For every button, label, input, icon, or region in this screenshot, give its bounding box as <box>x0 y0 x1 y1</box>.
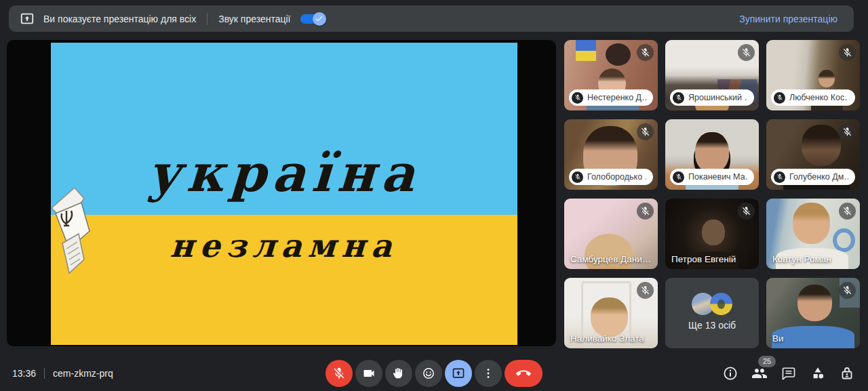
show-participants-button[interactable]: 25 <box>751 365 768 382</box>
slide-title-line2: незламна <box>50 227 519 264</box>
camera-button[interactable] <box>355 360 382 387</box>
participant-tile[interactable]: Голубенко Дм… <box>766 119 860 190</box>
panel-buttons: 25 <box>722 356 856 391</box>
participant-name: Наливайко Злата <box>570 333 644 344</box>
name-badge: Поканевич Ма… <box>670 169 754 185</box>
name-badge: Любченко Кос… <box>771 89 855 106</box>
slide-title-line1: україна <box>50 143 519 203</box>
mic-off-icon <box>637 282 654 299</box>
present-to-all-icon <box>452 367 465 380</box>
presentation-sound-toggle[interactable] <box>299 12 326 26</box>
present-to-all-icon <box>20 12 35 26</box>
raise-hand-button[interactable] <box>385 360 412 387</box>
participant-tile[interactable]: Поканевич Ма… <box>665 119 759 190</box>
chat-icon <box>781 366 796 381</box>
participant-tile[interactable]: Самбурцев Дани… <box>564 199 658 269</box>
call-controls <box>326 360 542 387</box>
participant-tile[interactable]: Петров Евгеній <box>665 199 759 269</box>
mic-off-icon <box>839 282 856 299</box>
meeting-info: 13:36 cem-zkmz-prq <box>12 356 113 391</box>
participant-tile[interactable]: Наливайко Злата <box>564 278 658 348</box>
name-badge: Нестеренко Д… <box>569 89 653 106</box>
people-icon <box>751 365 768 382</box>
call-end-icon <box>516 366 531 381</box>
camera-icon <box>362 367 376 380</box>
participant-name: Любченко Кос… <box>789 93 848 102</box>
lock-person-icon <box>839 365 855 382</box>
hand-icon <box>392 367 406 380</box>
avatar <box>710 293 732 315</box>
call-control-bar: 13:36 cem-zkmz-prq 25 <box>0 356 868 391</box>
stop-presenting-button[interactable]: Зупинити презентацію <box>734 9 843 28</box>
participant-name: Голубенко Дм… <box>789 172 848 182</box>
participant-tile[interactable]: Ковтун Роман <box>766 199 860 269</box>
mic-off-icon <box>637 203 654 220</box>
mic-off-icon <box>774 92 785 104</box>
participant-tile[interactable]: Голобородько … <box>564 119 658 190</box>
participant-name: Самбурцев Дани… <box>570 254 651 264</box>
topbar-divider <box>207 13 208 25</box>
participant-name: Нестеренко Д… <box>587 93 646 102</box>
presentation-sound-label: Звук презентації <box>218 14 290 24</box>
shapes-icon <box>810 365 826 382</box>
overflow-participants-tile[interactable]: Ще 13 осіб <box>665 278 759 348</box>
mic-off-icon <box>637 123 654 140</box>
participant-name: Голобородько … <box>587 172 646 182</box>
overflow-avatars <box>665 293 759 315</box>
participant-name: Ковтун Роман <box>772 254 831 264</box>
participant-name: Ви <box>772 333 784 344</box>
participant-tile[interactable]: Любченко Кос… <box>766 40 860 110</box>
presentation-stage[interactable]: україна незламна <box>7 40 556 346</box>
participant-name: Петров Евгеній <box>671 254 736 264</box>
toggle-knob <box>313 12 326 26</box>
more-options-button[interactable] <box>475 360 502 387</box>
checkmark-icon <box>315 14 323 23</box>
smiley-icon <box>422 367 435 380</box>
reactions-button[interactable] <box>415 360 442 387</box>
mic-off-icon <box>839 203 856 220</box>
ukraine-flag-slide: україна незламна <box>51 43 517 345</box>
host-controls-button[interactable] <box>838 365 856 382</box>
meeting-code: cem-zkmz-prq <box>53 368 113 379</box>
mic-off-icon <box>673 171 684 183</box>
name-badge: Голобородько … <box>569 169 653 185</box>
mic-off-icon <box>738 203 755 220</box>
end-call-button[interactable] <box>505 360 542 387</box>
mute-microphone-button[interactable] <box>326 360 353 387</box>
name-badge: Ярошинський … <box>670 89 754 106</box>
overflow-count-label: Ще 13 осіб <box>665 320 759 331</box>
present-screen-button[interactable] <box>445 360 472 387</box>
participant-grid: Нестеренко Д… Ярошинський … Любченко Кос… <box>564 40 860 348</box>
participant-tile[interactable]: Ярошинський … <box>665 40 759 110</box>
self-view-tile[interactable]: Ви <box>766 278 860 348</box>
meeting-info-divider <box>44 368 45 379</box>
activities-button[interactable] <box>809 365 827 382</box>
mic-off-icon <box>572 92 583 104</box>
name-badge: Голубенко Дм… <box>771 169 855 185</box>
mic-off-icon <box>839 44 856 61</box>
mic-off-icon <box>839 123 856 140</box>
mic-off-icon <box>738 44 755 61</box>
mic-off-icon <box>332 367 346 380</box>
mic-off-icon <box>637 44 654 61</box>
participant-name: Поканевич Ма… <box>688 172 747 182</box>
participant-count-badge: 25 <box>758 356 776 367</box>
mic-off-icon <box>774 171 785 183</box>
meeting-details-button[interactable] <box>722 365 739 382</box>
presentation-status-bar: Ви показуєте презентацію для всіх Звук п… <box>9 5 854 32</box>
more-vert-icon <box>481 367 495 380</box>
chat-button[interactable] <box>780 365 797 382</box>
clock-time: 13:36 <box>12 368 36 379</box>
presenting-status-text: Ви показуєте презентацію для всіх <box>43 14 196 24</box>
mic-off-icon <box>673 92 684 104</box>
info-icon <box>722 365 738 382</box>
participant-tile[interactable]: Нестеренко Д… <box>564 40 658 110</box>
participant-name: Ярошинський … <box>688 93 747 102</box>
paper-jet-trident-sketch <box>39 184 98 279</box>
mic-off-icon <box>572 171 583 183</box>
